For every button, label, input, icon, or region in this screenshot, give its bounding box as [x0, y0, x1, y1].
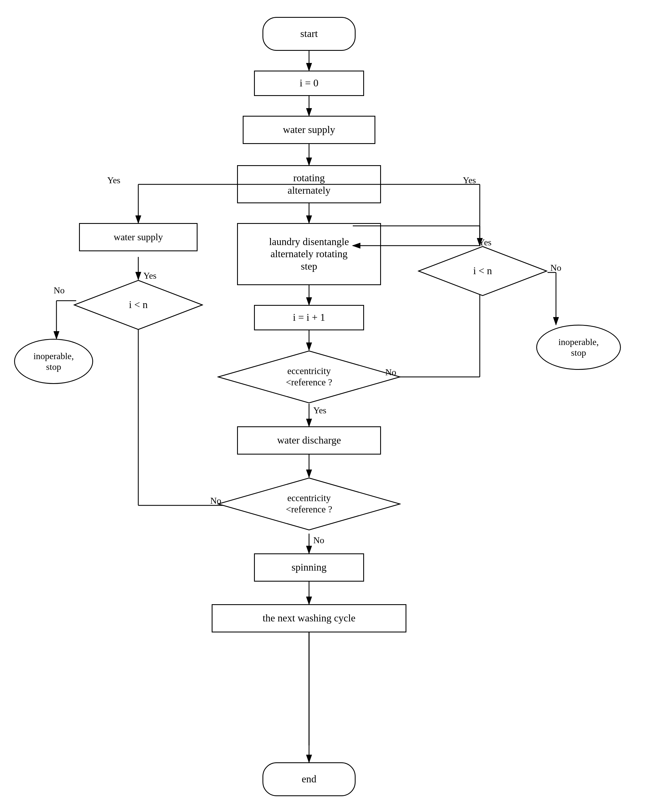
yes-i-right-label: Yes [478, 237, 492, 247]
no-i-left-label: No [53, 285, 65, 296]
no-ecc2-label: No [210, 496, 221, 506]
spinning-label: spinning [291, 561, 326, 574]
i-less-n-right-node: i < n [418, 246, 547, 296]
eccentricity1-node: eccentricity <reference ? [217, 350, 401, 404]
spinning-node: spinning [254, 553, 364, 582]
end-label: end [302, 773, 316, 785]
i-less-n-right-label: i < n [473, 265, 492, 277]
rotating-alternately-label: rotating alternately [288, 172, 331, 196]
water-supply-left-node: water supply [79, 223, 198, 251]
end-node: end [262, 762, 356, 796]
eccentricity2-node: eccentricity <reference ? [217, 477, 401, 531]
water-supply-top-label: water supply [283, 124, 335, 136]
eccentricity2-label: eccentricity <reference ? [286, 493, 332, 515]
water-discharge-label: water discharge [277, 434, 341, 446]
water-supply-top-node: water supply [243, 116, 375, 144]
yes-right-label: Yes [463, 175, 476, 186]
eccentricity1-label: eccentricity <reference ? [286, 366, 332, 388]
i-increment-node: i = i + 1 [254, 305, 364, 330]
no-ecc1-label: No [385, 367, 396, 377]
laundry-disentangle-label: laundry disentangle alternately rotating… [269, 236, 349, 272]
yes-left-label: Yes [107, 175, 120, 186]
yes-ecc2-label: No [313, 535, 324, 545]
i-less-n-left-node: i < n [73, 279, 203, 330]
inoperable-right-label: inoperable, stop [558, 337, 599, 358]
water-discharge-node: water discharge [237, 426, 381, 455]
next-washing-node: the next washing cycle [212, 604, 407, 632]
next-washing-label: the next washing cycle [263, 612, 356, 624]
laundry-disentangle-node: laundry disentangle alternately rotating… [237, 223, 381, 285]
start-node: start [262, 17, 356, 51]
yes-i-left-label: Yes [143, 270, 157, 281]
i-less-n-left-label: i < n [129, 299, 148, 311]
i-equals-0-node: i = 0 [254, 70, 364, 96]
i-equals-0-label: i = 0 [300, 77, 318, 89]
i-increment-label: i = i + 1 [293, 311, 325, 324]
inoperable-left-label: inoperable, stop [33, 351, 74, 372]
rotating-alternately-node: rotating alternately [237, 165, 381, 203]
no-i-right-label: No [550, 263, 561, 273]
yes-ecc1-label: Yes [313, 405, 326, 415]
start-label: start [300, 27, 318, 40]
inoperable-right-node: inoperable, stop [536, 325, 621, 370]
inoperable-left-node: inoperable, stop [14, 339, 93, 384]
water-supply-left-label: water supply [114, 232, 163, 243]
